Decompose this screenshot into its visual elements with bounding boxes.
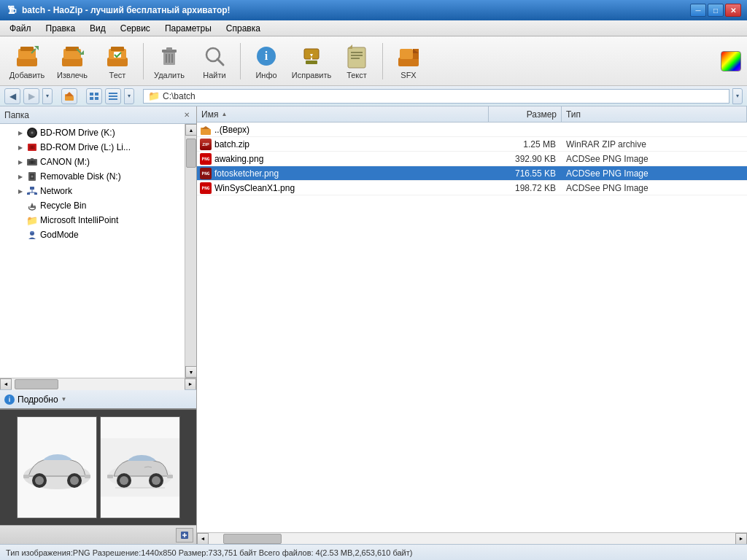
menu-view[interactable]: Вид bbox=[83, 21, 112, 36]
hscroll-thumb[interactable] bbox=[15, 379, 58, 389]
godmode-icon bbox=[26, 229, 38, 241]
find-icon bbox=[201, 43, 228, 69]
tree-item-bdrom-k[interactable]: ▶ BD-ROM Drive (K:) bbox=[0, 125, 185, 140]
main-area: Папка ✕ ▶ BD-ROM Drive (K:) bbox=[0, 106, 747, 544]
file-row-winsysclean[interactable]: PNG WinSysCleanX1.png 198.72 KB ACDSee P… bbox=[197, 181, 747, 195]
col-header-name[interactable]: Имя ▲ bbox=[197, 106, 489, 122]
menu-edit[interactable]: Правка bbox=[39, 21, 82, 36]
toolbar-sfx-button[interactable]: SFX bbox=[387, 40, 430, 82]
text-icon bbox=[344, 43, 370, 69]
view-dropdown[interactable]: ▾ bbox=[124, 88, 134, 104]
back-button[interactable]: ◀ bbox=[4, 88, 20, 104]
menu-file[interactable]: Файл bbox=[3, 21, 38, 36]
toolbar-add-button[interactable]: Добавить bbox=[6, 40, 48, 82]
minimize-button[interactable]: ─ bbox=[690, 4, 706, 17]
app-icon: 🗜 bbox=[6, 4, 18, 16]
expander-canon[interactable]: ▶ bbox=[15, 156, 26, 168]
forward-button[interactable]: ▶ bbox=[23, 88, 39, 104]
list-view-button[interactable] bbox=[105, 88, 121, 104]
fix-icon bbox=[298, 43, 325, 69]
col-header-size[interactable]: Размер bbox=[489, 106, 562, 122]
col-header-type[interactable]: Тип bbox=[562, 106, 747, 122]
menu-service[interactable]: Сервис bbox=[114, 21, 157, 36]
tree-item-intellipoint[interactable]: 📁 Microsoft IntelliPoint bbox=[0, 213, 185, 228]
address-dropdown[interactable]: ▾ bbox=[732, 88, 743, 104]
tree-label-intellipoint: Microsoft IntelliPoint bbox=[40, 215, 118, 225]
tree-item-recycle[interactable]: Recycle Bin bbox=[0, 198, 185, 213]
title-bar: 🗜 batch - НаоZip - лучший бесплатный арх… bbox=[0, 0, 747, 20]
nav-history-dropdown[interactable]: ▾ bbox=[42, 88, 53, 104]
png-icon-box: PNG bbox=[200, 153, 212, 165]
tree-item-godmode[interactable]: GodMode bbox=[0, 228, 185, 242]
file-row-fotosketcher[interactable]: PNG fotosketcher.png 716.55 KB ACDSee PN… bbox=[197, 166, 747, 181]
scroll-thumb[interactable] bbox=[186, 139, 196, 168]
svg-rect-32 bbox=[400, 49, 413, 59]
svg-point-56 bbox=[31, 176, 34, 178]
color-button[interactable] bbox=[721, 51, 741, 71]
png-awaking-icon: PNG bbox=[200, 153, 212, 165]
expander-bdrom-l[interactable]: ▶ bbox=[15, 141, 26, 153]
menu-params[interactable]: Параметры bbox=[158, 21, 218, 36]
menu-help[interactable]: Справка bbox=[220, 21, 267, 36]
svg-point-78 bbox=[152, 476, 160, 485]
file-row-batch-zip[interactable]: ZIP batch.zip 1.25 MB WinRAR ZIP archive bbox=[197, 137, 747, 152]
toolbar-text-button[interactable]: Текст bbox=[336, 40, 378, 82]
file-row-awaking[interactable]: PNG awaking.png 392.90 KB ACDSee PNG Ima… bbox=[197, 152, 747, 166]
tree-item-canon[interactable]: ▶ CANON (M:) bbox=[0, 155, 185, 169]
expander-removable[interactable]: ▶ bbox=[15, 171, 26, 182]
add-label: Добавить bbox=[9, 71, 45, 79]
toolbar-test-button[interactable]: Тест bbox=[96, 40, 139, 82]
file-name-cell-batch: ZIP batch.zip bbox=[197, 139, 489, 150]
hscroll-left-button[interactable]: ◄ bbox=[0, 378, 12, 390]
hscroll-right-button[interactable]: ► bbox=[185, 378, 196, 390]
toolbar-fix-button[interactable]: Исправить bbox=[290, 40, 333, 82]
expander-bdrom-k[interactable]: ▶ bbox=[15, 127, 26, 139]
png-fotosketcher-icon: PNG bbox=[200, 168, 212, 179]
info-label: Инфо bbox=[255, 71, 276, 79]
recycle-icon bbox=[26, 200, 38, 211]
left-hscroll: ◄ ► bbox=[0, 378, 196, 389]
tree-item-removable[interactable]: ▶ Removable Disk (N:) bbox=[0, 169, 185, 184]
toolbar-extract-button[interactable]: Извлечь bbox=[51, 40, 93, 82]
svg-rect-71 bbox=[23, 475, 29, 478]
sfx-label: SFX bbox=[400, 71, 416, 79]
address-path-text: C:\batch bbox=[163, 91, 196, 101]
hscroll-track[interactable] bbox=[12, 378, 185, 390]
toolbar-info-button[interactable]: i Инфо bbox=[245, 40, 287, 82]
preview-action-button[interactable] bbox=[176, 528, 193, 542]
file-size-winsysclean: 198.72 KB bbox=[489, 183, 562, 193]
right-hscroll-thumb[interactable] bbox=[223, 534, 282, 544]
scroll-up-button[interactable]: ▲ bbox=[185, 124, 196, 136]
toolbar-delete-button[interactable]: Удалить bbox=[148, 40, 190, 82]
svg-rect-16 bbox=[166, 47, 172, 50]
tree-scrollbar[interactable]: ▲ ▼ bbox=[185, 124, 196, 378]
scroll-track[interactable] bbox=[185, 136, 196, 366]
window-title: batch - НаоZip - лучший бесплатный архив… bbox=[22, 5, 231, 15]
right-hscroll-right[interactable]: ► bbox=[735, 533, 747, 545]
svg-line-21 bbox=[217, 59, 223, 65]
right-hscroll-left[interactable]: ◄ bbox=[197, 533, 209, 545]
toolbar-find-button[interactable]: Найти bbox=[193, 40, 236, 82]
tree-label-bdrom-k: BD-ROM Drive (K:) bbox=[40, 128, 115, 138]
svg-point-52 bbox=[31, 161, 34, 164]
tree-item-network[interactable]: ▶ Network bbox=[0, 184, 185, 198]
tree-item-bdrom-l[interactable]: ▶ BD-ROM Drive (L:) Li... bbox=[0, 140, 185, 155]
file-name-cell-up: ..(Вверх) bbox=[197, 124, 489, 136]
view-mode-button[interactable] bbox=[86, 88, 102, 104]
close-button[interactable]: ✕ bbox=[725, 4, 741, 17]
right-hscroll-track[interactable] bbox=[209, 533, 735, 545]
file-name-batch: batch.zip bbox=[214, 139, 249, 149]
col-size-label: Размер bbox=[527, 109, 557, 120]
expander-network[interactable]: ▶ bbox=[15, 185, 26, 197]
delete-label: Удалить bbox=[154, 71, 185, 79]
address-folder-icon: 📁 bbox=[148, 90, 160, 101]
detail-button[interactable]: i Подробно ▼ bbox=[4, 394, 66, 405]
maximize-button[interactable]: □ bbox=[708, 4, 724, 17]
panel-header: Папка ✕ bbox=[0, 106, 196, 124]
scroll-down-button[interactable]: ▼ bbox=[185, 366, 196, 378]
detail-dropdown-icon[interactable]: ▼ bbox=[61, 396, 67, 402]
svg-rect-27 bbox=[348, 47, 365, 68]
file-row-up[interactable]: ..(Вверх) bbox=[197, 122, 747, 137]
up-button[interactable] bbox=[61, 88, 77, 104]
panel-close-button[interactable]: ✕ bbox=[182, 110, 192, 120]
